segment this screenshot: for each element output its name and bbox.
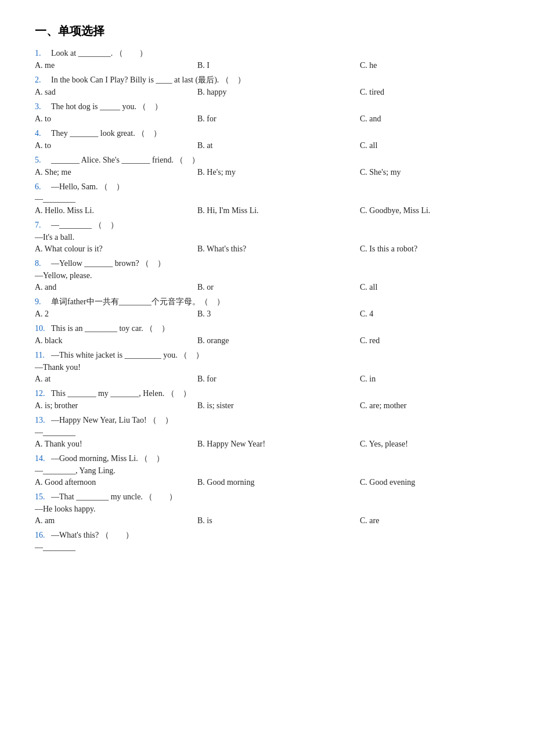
question-block: 15.—That ________ my uncle. （ ）—He looks… <box>35 492 499 525</box>
question-number: 1. <box>35 49 49 58</box>
question-number: 9. <box>35 297 49 307</box>
option-C: C. in <box>360 375 499 384</box>
question-block: 5._______ Alice. She's _______ friend. （… <box>35 155 499 177</box>
question-number: 16. <box>35 531 49 540</box>
option-A: A. to <box>35 141 197 150</box>
options-line: A. Good afternoonB. Good morningC. Good … <box>35 478 499 487</box>
option-C: C. he <box>360 61 499 70</box>
question-text: —What's this? （ ） <box>51 530 499 541</box>
option-B: B. for <box>197 375 360 384</box>
option-A: A. am <box>35 516 197 525</box>
options-line: A. amB. isC. are <box>35 516 499 525</box>
option-B: B. Happy New Year! <box>197 440 360 449</box>
option-A: A. black <box>35 336 197 345</box>
option-A: A. She; me <box>35 168 197 177</box>
option-B: B. or <box>197 283 360 292</box>
sub-answer: —________, Yang Ling. <box>35 466 499 476</box>
option-A: A. Good afternoon <box>35 478 197 487</box>
question-number: 3. <box>35 102 49 111</box>
option-C: C. Yes, please! <box>360 440 499 449</box>
question-text: —Happy New Year, Liu Tao! （ ） <box>51 415 499 426</box>
options-line: A. 2B. 3C. 4 <box>35 309 499 319</box>
question-number: 13. <box>35 416 49 425</box>
option-B: B. I <box>197 61 360 70</box>
option-B: B. Good morning <box>197 478 360 487</box>
option-A: A. at <box>35 375 197 384</box>
option-B: B. is <box>197 516 360 525</box>
question-block: 12.This _______ my _______, Helen. （ ）A.… <box>35 388 499 411</box>
options-line: A. atB. forC. in <box>35 375 499 384</box>
question-block: 9.单词father中一共有________个元音字母。（ ）A. 2B. 3C… <box>35 297 499 319</box>
question-block: 8.—Yellow _______ brown? （ ）—Yellow, ple… <box>35 258 499 292</box>
options-line: A. toB. atC. all <box>35 141 499 150</box>
sub-answer: —________ <box>35 195 499 204</box>
option-C: C. Goodbye, Miss Li. <box>360 206 499 215</box>
sub-answer: —________ <box>35 543 499 552</box>
options-line: A. What colour is it?B. What's this?C. I… <box>35 244 499 254</box>
question-block: 14.—Good morning, Miss Li. （ ）—________,… <box>35 453 499 487</box>
sub-answer: —Yellow, please. <box>35 271 499 280</box>
option-A: A. to <box>35 114 197 124</box>
option-B: B. at <box>197 141 360 150</box>
option-C: C. Is this a robot? <box>360 244 499 254</box>
question-text: The hot dog is _____ you. （ ） <box>51 102 499 112</box>
question-text: _______ Alice. She's _______ friend. （ ） <box>51 155 499 165</box>
question-text: Look at ________. （ ） <box>51 48 499 59</box>
option-A: A. and <box>35 283 197 292</box>
option-A: A. me <box>35 61 197 70</box>
question-text: —This white jacket is _________ you. （ ） <box>51 350 499 361</box>
option-C: C. Good evening <box>360 478 499 487</box>
option-C: C. all <box>360 283 499 292</box>
question-block: 7.—________ （ ）—It's a ball.A. What colo… <box>35 220 499 254</box>
question-block: 1.Look at ________. （ ）A. meB. IC. he <box>35 48 499 70</box>
question-block: 16.—What's this? （ ）—________ <box>35 530 499 552</box>
question-block: 11.—This white jacket is _________ you. … <box>35 350 499 384</box>
option-B: B. He's; my <box>197 168 360 177</box>
question-text: —Good morning, Miss Li. （ ） <box>51 453 499 464</box>
options-line: A. meB. IC. he <box>35 61 499 70</box>
option-B: B. happy <box>197 88 360 97</box>
question-number: 5. <box>35 156 49 165</box>
question-text: —Yellow _______ brown? （ ） <box>51 258 499 269</box>
option-C: C. She's; my <box>360 168 499 177</box>
question-number: 8. <box>35 259 49 268</box>
option-C: C. are <box>360 516 499 525</box>
question-text: This is an ________ toy car. （ ） <box>51 323 499 334</box>
question-block: 4.They _______ look great. （ ）A. toB. at… <box>35 128 499 150</box>
option-A: A. What colour is it? <box>35 244 197 254</box>
question-text: This _______ my _______, Helen. （ ） <box>51 388 499 399</box>
section-title: 一、单项选择 <box>35 23 499 39</box>
option-A: A. sad <box>35 88 197 97</box>
question-number: 12. <box>35 389 49 398</box>
question-block: 10.This is an ________ toy car. （ ）A. bl… <box>35 323 499 345</box>
sub-answer: —It's a ball. <box>35 233 499 242</box>
question-block: 6.—Hello, Sam. （ ）—________A. Hello. Mis… <box>35 182 499 215</box>
option-C: C. tired <box>360 88 499 97</box>
options-line: A. She; meB. He's; myC. She's; my <box>35 168 499 177</box>
question-text: —Hello, Sam. （ ） <box>51 182 499 192</box>
question-number: 4. <box>35 129 49 138</box>
sub-answer: —________ <box>35 428 499 437</box>
option-C: C. 4 <box>360 309 499 319</box>
question-block: 2.In the book Can I Play? Billy is ____ … <box>35 75 499 97</box>
question-text: —________ （ ） <box>51 220 499 231</box>
option-B: B. is; sister <box>197 401 360 411</box>
option-B: B. for <box>197 114 360 124</box>
option-A: A. 2 <box>35 309 197 319</box>
option-C: C. all <box>360 141 499 150</box>
option-B: B. Hi, I'm Miss Li. <box>197 206 360 215</box>
options-line: A. sadB. happyC. tired <box>35 88 499 97</box>
question-text: They _______ look great. （ ） <box>51 128 499 139</box>
question-number: 7. <box>35 221 49 230</box>
options-line: A. toB. forC. and <box>35 114 499 124</box>
option-A: A. Hello. Miss Li. <box>35 206 197 215</box>
sub-answer: —Thank you! <box>35 363 499 372</box>
options-line: A. Thank you!B. Happy New Year!C. Yes, p… <box>35 440 499 449</box>
option-B: B. orange <box>197 336 360 345</box>
options-line: A. Hello. Miss Li.B. Hi, I'm Miss Li.C. … <box>35 206 499 215</box>
question-number: 14. <box>35 454 49 463</box>
option-C: C. and <box>360 114 499 124</box>
question-number: 15. <box>35 492 49 502</box>
option-C: C. are; mother <box>360 401 499 411</box>
option-B: B. What's this? <box>197 244 360 254</box>
